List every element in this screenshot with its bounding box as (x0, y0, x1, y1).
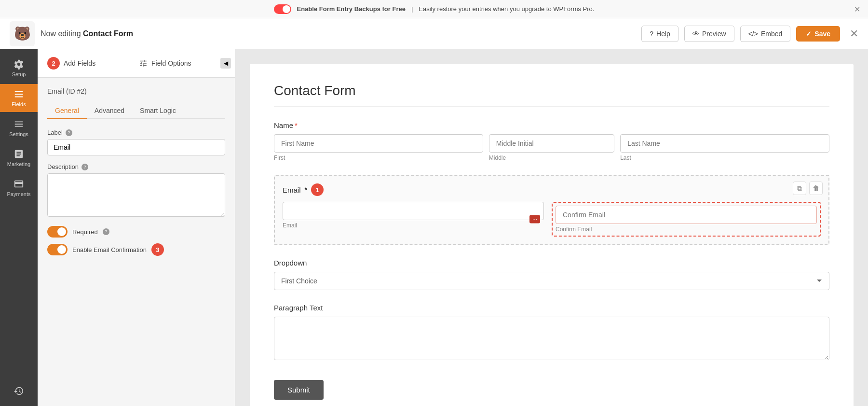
fields-icon (14, 89, 24, 99)
dropdown-label: Dropdown (274, 259, 829, 267)
form-card: Contact Form Name* First Middle (250, 64, 854, 406)
confirm-email-sublabel: Confirm Email (556, 226, 817, 233)
required-toggle-row: Required ? (47, 226, 225, 238)
badge-2: 2 (47, 57, 60, 70)
sidebar-item-payments[interactable]: Payments (0, 174, 38, 202)
header-left: 🐻 Now editing Contact Form (10, 21, 133, 46)
middle-name-sublabel: Middle (489, 154, 614, 161)
field-options-panel: 2 Add Fields Field Options ◀ Email (ID #… (38, 49, 235, 406)
header-right: ? Help 👁 Preview </> Embed ✓ Save ✕ (641, 26, 858, 42)
email-confirmation-toggle-row: Enable Email Confirmation 3 (47, 243, 225, 256)
dropdown-section: Dropdown First Choice (274, 259, 829, 290)
banner-toggle-label: Enable Form Entry Backups for Free (297, 5, 406, 13)
sidebar-item-history[interactable] (0, 381, 38, 401)
add-fields-label: Add Fields (64, 59, 95, 67)
close-icon[interactable]: ✕ (850, 28, 858, 40)
field-id-label: Email (ID #2) (47, 87, 225, 95)
email-section: Email * 1 ⧉ 🗑 ⋯ Email Confir (274, 175, 829, 245)
banner-description: Easily restore your entries when you upg… (419, 5, 594, 13)
name-label: Name* (274, 121, 829, 129)
description-help-icon[interactable]: ? (81, 164, 88, 170)
confirm-email-wrap: Confirm Email (552, 202, 821, 237)
label-input[interactable] (47, 139, 225, 155)
panel-content: Email (ID #2) General Advanced Smart Log… (38, 78, 235, 271)
banner-toggle[interactable] (274, 4, 291, 14)
form-name: Contact Form (83, 29, 133, 38)
tab-smart-logic[interactable]: Smart Logic (132, 103, 184, 118)
email-fields-row: ⋯ Email Confirm Email (283, 202, 821, 237)
dropdown-select[interactable]: First Choice (274, 272, 829, 290)
header-title: Now editing Contact Form (41, 29, 133, 38)
field-options-label: Field Options (151, 59, 191, 67)
history-icon (14, 386, 24, 396)
name-section: Name* First Middle Last (274, 121, 829, 161)
email-input[interactable] (283, 202, 544, 220)
email-sublabel: Email (283, 222, 544, 229)
icon-sidebar: Setup Fields Settings Marketing Payments (0, 49, 38, 406)
sidebar-item-setup[interactable]: Setup (0, 54, 38, 82)
name-fields: First Middle Last (274, 134, 829, 161)
submit-button[interactable]: Submit (274, 380, 324, 400)
email-input-wrap: ⋯ Email (283, 202, 544, 237)
label-field-group: Label ? (47, 129, 225, 155)
paragraph-textarea[interactable] (274, 317, 829, 360)
panel-tabs: 2 Add Fields Field Options ◀ (38, 49, 235, 78)
paragraph-label: Paragraph Text (274, 304, 829, 312)
sidebar-item-settings[interactable]: Settings (0, 114, 38, 142)
middle-name-input[interactable] (489, 134, 614, 153)
tab-add-fields[interactable]: 2 Add Fields (38, 49, 129, 77)
sidebar-item-fields[interactable]: Fields (0, 84, 38, 112)
paragraph-section: Paragraph Text (274, 304, 829, 362)
gear-icon (14, 59, 24, 70)
last-name-sublabel: Last (620, 154, 829, 161)
delete-button[interactable]: 🗑 (809, 182, 823, 195)
payments-label: Payments (7, 191, 31, 197)
sidebar-item-marketing[interactable]: Marketing (0, 144, 38, 172)
required-toggle[interactable] (47, 226, 68, 238)
email-label: Email (283, 186, 301, 194)
editing-prefix: Now editing (41, 29, 81, 38)
sliders-icon (139, 59, 148, 68)
form-title: Contact Form (274, 83, 829, 107)
collapse-panel-button[interactable]: ◀ (220, 58, 231, 69)
top-banner: Enable Form Entry Backups for Free | Eas… (0, 0, 868, 18)
description-field-group: Description ? (47, 163, 225, 218)
settings-label: Settings (9, 131, 28, 137)
tab-field-options[interactable]: Field Options (129, 51, 220, 75)
logo: 🐻 (10, 21, 35, 46)
banner-separator: | (411, 5, 413, 13)
save-button[interactable]: ✓ Save (796, 26, 840, 42)
first-name-sublabel: First (274, 154, 483, 161)
email-required: * (305, 186, 307, 194)
description-textarea[interactable] (47, 173, 225, 217)
description-field-label: Description ? (47, 163, 225, 170)
settings-icon (14, 119, 24, 129)
marketing-icon (14, 149, 24, 159)
preview-button[interactable]: 👁 Preview (684, 26, 734, 42)
embed-button[interactable]: </> Embed (740, 26, 791, 42)
tab-advanced[interactable]: Advanced (87, 103, 132, 118)
email-section-actions: ⧉ 🗑 (793, 182, 823, 195)
banner-close-icon[interactable]: ✕ (854, 4, 860, 14)
label-help-icon[interactable]: ? (66, 129, 72, 136)
label-field-label: Label ? (47, 129, 225, 136)
email-options-icon[interactable]: ⋯ (529, 215, 540, 224)
tab-general[interactable]: General (47, 103, 87, 119)
badge-1: 1 (311, 183, 324, 196)
confirm-email-input[interactable] (556, 206, 817, 224)
last-name-input[interactable] (620, 134, 829, 153)
middle-name-field: Middle (489, 134, 614, 161)
help-button[interactable]: ? Help (641, 26, 678, 42)
first-name-field: First (274, 134, 483, 161)
preview-icon: 👁 (692, 30, 699, 38)
sub-tabs: General Advanced Smart Logic (47, 103, 225, 119)
fields-label: Fields (12, 101, 26, 107)
header: 🐻 Now editing Contact Form ? Help 👁 Prev… (0, 18, 868, 49)
email-section-header: Email * 1 (283, 183, 821, 196)
checkmark-icon: ✓ (806, 30, 812, 38)
duplicate-button[interactable]: ⧉ (793, 182, 806, 195)
payments-icon (14, 179, 24, 189)
email-confirmation-toggle[interactable] (47, 244, 68, 255)
first-name-input[interactable] (274, 134, 483, 153)
required-help-icon[interactable]: ? (103, 228, 109, 235)
